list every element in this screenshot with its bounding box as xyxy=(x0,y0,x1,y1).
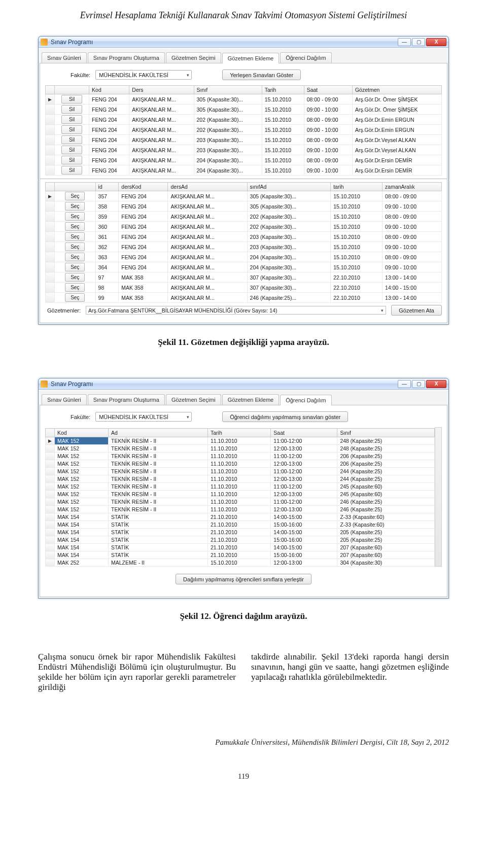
tab-gozetmen-secimi[interactable]: Gözetmen Seçimi xyxy=(166,52,221,63)
column-header[interactable] xyxy=(55,183,96,191)
select-button[interactable]: Seç xyxy=(65,202,85,211)
table-row[interactable]: MAK 154STATİK21.10.201014:00-15:00207 (K… xyxy=(46,544,435,551)
row-selector[interactable] xyxy=(46,544,55,551)
delete-button[interactable]: Sil xyxy=(61,156,82,164)
select-button[interactable]: Seç xyxy=(65,263,85,271)
maximize-button[interactable]: ▢ xyxy=(412,380,425,388)
tab-sinav-programi-olusturma[interactable]: Sınav Programı Oluşturma xyxy=(88,394,165,405)
tab-sinav-gunleri[interactable]: Sınav Günleri xyxy=(42,394,87,405)
row-selector[interactable] xyxy=(46,232,55,242)
table-row[interactable]: ▶SilFENG 204AKIŞKANLAR M...305 (Kapasite… xyxy=(46,94,442,105)
row-selector[interactable] xyxy=(46,283,55,293)
gozetmenler-combobox[interactable]: Arş.Gör.Fatmana ŞENTÜRK__BİLGİSAYAR MÜHE… xyxy=(86,306,386,315)
table-row[interactable]: Seç358FENG 204AKIŞKANLAR M...305 (Kapasi… xyxy=(46,201,442,212)
grid-unassigned-exams[interactable]: KodAdTarihSaatSınıf▶MAK 152TEKNİK RESİM … xyxy=(45,428,435,567)
table-row[interactable]: SilFENG 204AKIŞKANLAR M...203 (Kapasite:… xyxy=(46,145,442,155)
column-header[interactable]: Kod xyxy=(55,429,109,437)
select-button[interactable]: Seç xyxy=(65,212,85,221)
table-row[interactable]: MAK 154STATİK21.10.201014:00-15:00205 (K… xyxy=(46,529,435,536)
table-row[interactable]: MAK 154STATİK21.10.201015:00-16:00205 (K… xyxy=(46,536,435,544)
table-row[interactable]: SilFENG 204AKIŞKANLAR M...204 (Kapasite:… xyxy=(46,165,442,176)
faculty-combobox[interactable]: MÜHENDİSLİK FAKÜLTESİ ▾ xyxy=(95,70,192,80)
table-row[interactable]: Seç97MAK 358AKIŞKANLAR M...307 (Kapasite… xyxy=(46,272,442,283)
column-header[interactable]: Tarih xyxy=(208,429,271,437)
tab-ogrenci-dagilim[interactable]: Öğrenci Dağılım xyxy=(280,395,331,405)
column-header[interactable] xyxy=(46,183,55,191)
row-selector[interactable] xyxy=(46,105,55,115)
select-button[interactable]: Seç xyxy=(65,242,85,251)
row-selector[interactable] xyxy=(46,201,55,212)
show-unassigned-exams-button[interactable]: Öğrenci dağılımı yapılmamış sınavları gö… xyxy=(222,411,348,422)
minimize-button[interactable]: — xyxy=(398,380,411,388)
row-selector[interactable] xyxy=(46,491,55,498)
table-row[interactable]: Seç361FENG 204AKIŞKANLAR M...203 (Kapasi… xyxy=(46,232,442,242)
row-selector[interactable] xyxy=(46,135,55,145)
row-selector[interactable] xyxy=(46,125,55,135)
show-placed-exams-button[interactable]: Yerleşen Sınavları Göster xyxy=(222,70,301,80)
row-selector[interactable] xyxy=(46,468,55,475)
table-row[interactable]: SilFENG 204AKIŞKANLAR M...305 (Kapasite:… xyxy=(46,105,442,115)
column-header[interactable] xyxy=(55,86,89,94)
grid-placed-exams[interactable]: KodDersSınıfTarihSaatGözetmen▶SilFENG 20… xyxy=(45,85,442,176)
table-row[interactable]: MAK 152TEKNİK RESİM - II11.10.201012:00-… xyxy=(46,491,435,498)
tab-gozetmen-secimi[interactable]: Gözetmen Seçimi xyxy=(166,394,221,405)
delete-button[interactable]: Sil xyxy=(61,166,82,175)
table-row[interactable]: Seç99MAK 358AKIŞKANLAR M...246 (Kapasite… xyxy=(46,293,442,303)
column-header[interactable]: Sınıf xyxy=(194,86,262,94)
row-selector[interactable] xyxy=(46,145,55,155)
column-header[interactable]: Ad xyxy=(108,429,207,437)
table-row[interactable]: Seç359FENG 204AKIŞKANLAR M...202 (Kapasi… xyxy=(46,212,442,222)
delete-button[interactable]: Sil xyxy=(61,105,82,114)
row-selector[interactable] xyxy=(46,293,55,303)
table-row[interactable]: MAK 152TEKNİK RESİM - II11.10.201011:00-… xyxy=(46,483,435,491)
row-selector[interactable] xyxy=(46,529,55,536)
row-selector[interactable] xyxy=(46,262,55,272)
row-selector[interactable] xyxy=(46,551,55,559)
row-selector[interactable]: ▶ xyxy=(46,437,55,445)
row-selector[interactable] xyxy=(46,521,55,529)
row-selector[interactable] xyxy=(46,498,55,506)
row-selector[interactable]: ▶ xyxy=(46,191,55,201)
column-header[interactable]: id xyxy=(95,183,119,191)
select-button[interactable]: Seç xyxy=(65,253,85,261)
faculty-combobox[interactable]: MÜHENDİSLİK FAKÜLTESİ ▾ xyxy=(95,412,192,422)
delete-button[interactable]: Sil xyxy=(61,135,82,144)
select-button[interactable]: Seç xyxy=(65,222,85,231)
table-row[interactable]: MAK 154STATİK21.10.201014:00-15:00Z-33 (… xyxy=(46,513,435,521)
row-selector[interactable] xyxy=(46,222,55,232)
place-students-button[interactable]: Dağılımı yapılmamış öğrencileri sınıflar… xyxy=(176,574,311,584)
row-selector[interactable] xyxy=(46,559,55,567)
tab-sinav-programi-olusturma[interactable]: Sınav Programı Oluşturma xyxy=(88,52,165,63)
table-row[interactable]: SilFENG 204AKIŞKANLAR M...202 (Kapasite:… xyxy=(46,115,442,125)
table-row[interactable]: Seç360FENG 204AKIŞKANLAR M...202 (Kapasi… xyxy=(46,222,442,232)
row-selector[interactable] xyxy=(46,165,55,176)
column-header[interactable]: dersAd xyxy=(168,183,247,191)
row-selector[interactable]: ▶ xyxy=(46,94,55,105)
delete-button[interactable]: Sil xyxy=(61,125,82,134)
table-row[interactable]: MAK 154STATİK21.10.201015:00-16:00207 (K… xyxy=(46,551,435,559)
table-row[interactable]: MAK 152TEKNİK RESİM - II11.10.201011:00-… xyxy=(46,498,435,506)
grid-all-sessions[interactable]: iddersKoddersAdsınıfAdtarihzamanAralık▶S… xyxy=(45,182,442,303)
row-selector[interactable] xyxy=(46,506,55,513)
table-row[interactable]: MAK 152TEKNİK RESİM - II11.10.201012:00-… xyxy=(46,445,435,453)
column-header[interactable]: Gözetmen xyxy=(352,86,441,94)
close-button[interactable]: X xyxy=(426,380,446,388)
select-button[interactable]: Seç xyxy=(65,273,85,282)
row-selector[interactable] xyxy=(46,212,55,222)
column-header[interactable]: Ders xyxy=(129,86,194,94)
row-selector[interactable] xyxy=(46,483,55,491)
table-row[interactable]: Seç362FENG 204AKIŞKANLAR M...203 (Kapasi… xyxy=(46,242,442,252)
table-row[interactable]: Seç98MAK 358AKIŞKANLAR M...307 (Kapasite… xyxy=(46,283,442,293)
column-header[interactable]: Kod xyxy=(89,86,129,94)
tab-gozetmen-ekleme[interactable]: Gözetmen Ekleme xyxy=(222,53,279,63)
select-button[interactable]: Seç xyxy=(65,192,85,200)
row-selector[interactable] xyxy=(46,475,55,483)
table-row[interactable]: MAK 152TEKNİK RESİM - II11.10.201012:00-… xyxy=(46,475,435,483)
assign-gozetmen-button[interactable]: Gözetmen Ata xyxy=(391,305,442,316)
row-selector[interactable] xyxy=(46,252,55,262)
table-row[interactable]: SilFENG 204AKIŞKANLAR M...203 (Kapasite:… xyxy=(46,135,442,145)
table-row[interactable]: Seç364FENG 204AKIŞKANLAR M...204 (Kapasi… xyxy=(46,262,442,272)
row-selector[interactable] xyxy=(46,445,55,453)
select-button[interactable]: Seç xyxy=(65,293,85,302)
row-selector[interactable] xyxy=(46,155,55,165)
